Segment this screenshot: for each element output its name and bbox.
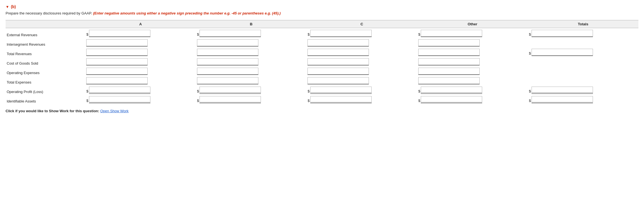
dollar-sign-operating-profit-loss-totals: $ bbox=[529, 89, 531, 94]
dollar-sign-identifiable-assets-b: $ bbox=[197, 99, 199, 103]
cell-operating-expenses-a bbox=[85, 66, 196, 75]
dollar-sign-external-revenues-c: $ bbox=[307, 32, 309, 37]
cell-cost-of-goods-sold-totals bbox=[528, 57, 638, 66]
cell-cost-of-goods-sold-a bbox=[85, 57, 196, 66]
dollar-sign-identifiable-assets-c: $ bbox=[307, 99, 309, 103]
dollar-sign-identifiable-assets-a: $ bbox=[86, 99, 88, 103]
cell-external-revenues-a: $ bbox=[85, 28, 196, 38]
input-identifiable-assets-totals[interactable] bbox=[532, 96, 593, 103]
input-operating-expenses-other[interactable] bbox=[418, 68, 480, 75]
input-operating-profit-loss-a[interactable] bbox=[89, 87, 150, 94]
dollar-sign-operating-profit-loss-other: $ bbox=[418, 89, 420, 94]
input-cost-of-goods-sold-b[interactable] bbox=[197, 58, 258, 65]
row-label-operating-expenses: Operating Expenses bbox=[6, 66, 85, 75]
input-intersegment-revenues-a[interactable] bbox=[86, 39, 148, 47]
cell-identifiable-assets-c: $ bbox=[306, 94, 417, 104]
cell-intersegment-revenues-b bbox=[196, 38, 307, 47]
col-header-a: A bbox=[85, 20, 196, 28]
input-external-revenues-other[interactable] bbox=[421, 30, 482, 37]
table-row-total-expenses: Total Expenses bbox=[6, 75, 638, 85]
instruction-italic: (Enter negative amounts using either a n… bbox=[93, 11, 281, 15]
part-b-label: (b) bbox=[11, 4, 16, 9]
cell-identifiable-assets-totals: $ bbox=[528, 94, 638, 104]
dollar-sign-identifiable-assets-totals: $ bbox=[529, 99, 531, 103]
input-operating-expenses-a[interactable] bbox=[86, 68, 148, 75]
row-label-operating-profit-loss: Operating Profit (Loss) bbox=[6, 85, 85, 94]
input-external-revenues-totals[interactable] bbox=[532, 30, 593, 37]
cell-total-expenses-c bbox=[306, 75, 417, 85]
table-row-cost-of-goods-sold: Cost of Goods Sold bbox=[6, 57, 638, 66]
input-cost-of-goods-sold-a[interactable] bbox=[86, 58, 148, 65]
cell-operating-profit-loss-totals: $ bbox=[528, 85, 638, 94]
cell-intersegment-revenues-a bbox=[85, 38, 196, 47]
cell-total-revenues-c bbox=[306, 47, 417, 57]
cell-total-expenses-totals bbox=[528, 75, 638, 85]
input-identifiable-assets-b[interactable] bbox=[200, 96, 261, 103]
cell-total-revenues-a bbox=[85, 47, 196, 57]
input-total-revenues-c[interactable] bbox=[307, 49, 369, 56]
triangle-icon: ▼ bbox=[6, 5, 9, 9]
input-identifiable-assets-a[interactable] bbox=[89, 96, 150, 103]
show-work-text: Click if you would like to Show Work for… bbox=[6, 109, 99, 113]
open-show-work-link[interactable]: Open Show Work bbox=[100, 109, 129, 113]
input-total-expenses-other[interactable] bbox=[418, 77, 480, 84]
input-operating-profit-loss-totals[interactable] bbox=[532, 87, 593, 94]
cell-intersegment-revenues-other bbox=[417, 38, 528, 47]
cell-total-expenses-b bbox=[196, 75, 307, 85]
dollar-sign-total-revenues-totals: $ bbox=[529, 51, 531, 56]
row-label-cost-of-goods-sold: Cost of Goods Sold bbox=[6, 57, 85, 66]
col-header-label bbox=[6, 20, 85, 28]
input-total-expenses-a[interactable] bbox=[86, 77, 148, 84]
input-operating-profit-loss-b[interactable] bbox=[200, 87, 261, 94]
cell-total-expenses-a bbox=[85, 75, 196, 85]
input-intersegment-revenues-b[interactable] bbox=[197, 39, 258, 47]
input-external-revenues-b[interactable] bbox=[200, 30, 261, 37]
cell-cost-of-goods-sold-other bbox=[417, 57, 528, 66]
dollar-sign-operating-profit-loss-c: $ bbox=[307, 89, 309, 94]
cell-total-revenues-totals: $ bbox=[528, 47, 638, 57]
input-total-revenues-other[interactable] bbox=[418, 49, 480, 56]
row-label-total-expenses: Total Expenses bbox=[6, 75, 85, 85]
input-cost-of-goods-sold-other[interactable] bbox=[418, 58, 480, 65]
col-header-b: B bbox=[196, 20, 307, 28]
table-row-intersegment-revenues: Intersegment Revenues bbox=[6, 38, 638, 47]
dollar-sign-identifiable-assets-other: $ bbox=[418, 99, 420, 103]
instruction-text: Prepare the necessary disclosures requir… bbox=[6, 11, 638, 16]
cell-cost-of-goods-sold-c bbox=[306, 57, 417, 66]
input-total-expenses-c[interactable] bbox=[307, 77, 369, 84]
input-operating-profit-loss-other[interactable] bbox=[421, 87, 482, 94]
cell-operating-profit-loss-a: $ bbox=[85, 85, 196, 94]
cell-identifiable-assets-b: $ bbox=[196, 94, 307, 104]
input-cost-of-goods-sold-c[interactable] bbox=[307, 58, 369, 65]
dollar-sign-operating-profit-loss-b: $ bbox=[197, 89, 199, 94]
dollar-sign-operating-profit-loss-a: $ bbox=[86, 89, 88, 94]
input-operating-expenses-b[interactable] bbox=[197, 68, 258, 75]
cell-identifiable-assets-a: $ bbox=[85, 94, 196, 104]
cell-operating-profit-loss-b: $ bbox=[196, 85, 307, 94]
input-operating-expenses-c[interactable] bbox=[307, 68, 369, 75]
table-row-identifiable-assets: Identifiable Assets$$$$$ bbox=[6, 94, 638, 104]
table-row-operating-expenses: Operating Expenses bbox=[6, 66, 638, 75]
table-row-operating-profit-loss: Operating Profit (Loss)$$$$$ bbox=[6, 85, 638, 94]
input-operating-profit-loss-c[interactable] bbox=[310, 87, 372, 94]
input-total-revenues-b[interactable] bbox=[197, 49, 258, 56]
table-row-external-revenues: External Revenues$$$$$ bbox=[6, 28, 638, 38]
row-label-total-revenues: Total Revenues bbox=[6, 47, 85, 57]
input-total-expenses-b[interactable] bbox=[197, 77, 258, 84]
input-intersegment-revenues-c[interactable] bbox=[307, 39, 369, 47]
row-label-identifiable-assets: Identifiable Assets bbox=[6, 94, 85, 104]
dollar-sign-external-revenues-b: $ bbox=[197, 32, 199, 37]
header-section: ▼ (b) Prepare the necessary disclosures … bbox=[6, 4, 638, 16]
input-total-revenues-a[interactable] bbox=[86, 49, 148, 56]
col-header-c: C bbox=[306, 20, 417, 28]
input-identifiable-assets-c[interactable] bbox=[310, 96, 372, 103]
input-external-revenues-c[interactable] bbox=[310, 30, 372, 37]
input-total-revenues-totals[interactable] bbox=[532, 49, 593, 56]
segment-table: A B C Other Totals External Revenues$$$$… bbox=[6, 20, 638, 104]
input-identifiable-assets-other[interactable] bbox=[421, 96, 482, 103]
dollar-sign-external-revenues-a: $ bbox=[86, 32, 88, 37]
row-label-intersegment-revenues: Intersegment Revenues bbox=[6, 38, 85, 47]
input-intersegment-revenues-other[interactable] bbox=[418, 39, 480, 47]
cell-cost-of-goods-sold-b bbox=[196, 57, 307, 66]
input-external-revenues-a[interactable] bbox=[89, 30, 150, 37]
